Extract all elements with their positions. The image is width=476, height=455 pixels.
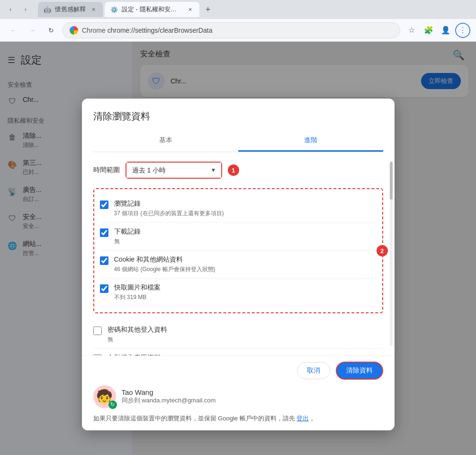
checkbox-passwords-label: 密碼和其他登入資料 無 xyxy=(108,326,383,344)
tab2-close-button[interactable]: ✕ xyxy=(186,6,194,13)
checkbox-autofill: 自動填入表單資料 xyxy=(93,349,383,355)
modal-footer: 取消 清除資料 🧒 ↻ Tao Wang 同步到 wanda.mytech@gm… xyxy=(82,355,395,431)
toolbar-actions: ☆ 🧩 👤 ⋮ xyxy=(404,23,470,38)
checkbox-download-history-input[interactable] xyxy=(100,228,108,237)
modal-tabs: 基本 進階 xyxy=(93,130,383,152)
checkbox-autofill-input[interactable] xyxy=(93,355,102,355)
forward-button[interactable]: → xyxy=(25,23,40,38)
checkbox-cache: 快取圖片和檔案 不到 319 MB xyxy=(100,279,377,307)
checkbox-autofill-label: 自動填入表單資料 xyxy=(108,354,383,355)
cache-title: 快取圖片和檔案 xyxy=(114,283,377,292)
address-bar[interactable]: Chrome chrome://settings/clearBrowserDat… xyxy=(63,22,400,38)
checkbox-passwords-input[interactable] xyxy=(93,327,102,335)
time-range-row: 時間範圍 過去 1 小時 過去 24 小時 過去 7 天 過去 4 週 不限時間… xyxy=(93,162,383,179)
footer-note-pre: 如果只要清除這個裝置中的瀏覽資料，並保留 Google 帳戶中的資料，請先 xyxy=(93,415,295,422)
tab1-label: 懷舊感解釋 xyxy=(55,5,86,14)
time-range-label: 時間範圍 xyxy=(93,166,120,174)
checkbox-cache-input[interactable] xyxy=(100,284,108,293)
download-history-title: 下載記錄 xyxy=(114,228,377,236)
bookmark-button[interactable]: ☆ xyxy=(404,23,419,38)
tab-1[interactable]: 🤖 懷舊感解釋 ✕ xyxy=(38,2,103,17)
toolbar: ← → ↻ Chrome chrome://settings/clearBrow… xyxy=(0,19,476,42)
checkbox-cookies-input[interactable] xyxy=(100,256,108,265)
extension-button[interactable]: 🧩 xyxy=(421,23,436,38)
checkbox-download-history-label: 下載記錄 無 xyxy=(114,228,377,246)
new-tab-button[interactable]: + xyxy=(201,3,215,16)
address-brand: Chrome xyxy=(82,27,106,34)
passwords-title: 密碼和其他登入資料 xyxy=(108,326,383,334)
time-range-select[interactable]: 過去 1 小時 過去 24 小時 過去 7 天 過去 4 週 不限時間 xyxy=(126,163,221,178)
modal-title: 清除瀏覽資料 xyxy=(93,110,383,123)
profile-email: 同步到 wanda.mytech@gmail.com xyxy=(122,396,216,405)
badge-1: 1 xyxy=(228,164,239,176)
passwords-sub: 無 xyxy=(108,336,383,344)
clear-browsing-data-modal: 清除瀏覽資料 基本 進階 時間範圍 xyxy=(82,99,395,430)
scrollbar-thumb xyxy=(390,162,393,200)
tab-advanced[interactable]: 進階 xyxy=(238,130,383,152)
profile-button[interactable]: 👤 xyxy=(438,23,453,38)
tab2-label: 設定 - 隱私權和安全性 xyxy=(122,5,182,14)
checkbox-cookies: Cookie 和其他網站資料 46 個網站 (Google 帳戶會保持登入狀態) xyxy=(100,251,377,279)
address-text: Chrome chrome://settings/clearBrowserDat… xyxy=(82,27,212,34)
profile-name: Tao Wang xyxy=(122,388,216,396)
tab1-icon: 🤖 xyxy=(44,6,51,13)
menu-button[interactable]: ⋮ xyxy=(455,23,470,38)
time-range-select-wrapper: 過去 1 小時 過去 24 小時 過去 7 天 過去 4 週 不限時間 ▼ xyxy=(126,162,222,179)
badge-2: 2 xyxy=(377,245,388,256)
checkbox-browsing-history-input[interactable] xyxy=(100,200,108,209)
site-icon xyxy=(70,26,78,35)
checkbox-cookies-label: Cookie 和其他網站資料 46 個網站 (Google 帳戶會保持登入狀態) xyxy=(114,255,377,273)
modal-header: 清除瀏覽資料 基本 進階 xyxy=(82,99,395,152)
browsing-history-sub: 37 個項目 (在已同步的裝置上還有更多項目) xyxy=(114,209,377,218)
address-url: chrome://settings/clearBrowserData xyxy=(106,27,213,34)
browsing-history-title: 瀏覽記錄 xyxy=(114,200,377,208)
tab-forward-button[interactable]: › xyxy=(19,3,32,16)
cancel-button[interactable]: 取消 xyxy=(297,362,330,379)
tab1-close-button[interactable]: ✕ xyxy=(90,6,97,13)
main-content: ☰ 設定 安全檢查 🛡 Chr... 隱私權和安全 🗑 清除... 清除... … xyxy=(0,42,476,455)
logout-link[interactable]: 登出 xyxy=(296,415,309,422)
modal-overlay: 清除瀏覽資料 基本 進階 時間範圍 xyxy=(0,42,476,455)
autofill-title: 自動填入表單資料 xyxy=(108,354,383,355)
cache-sub: 不到 319 MB xyxy=(114,293,377,301)
modal-actions: 取消 清除資料 xyxy=(93,362,383,380)
checkbox-browsing-history: 瀏覽記錄 37 個項目 (在已同步的裝置上還有更多項目) xyxy=(100,195,377,223)
tab2-icon: ⚙️ xyxy=(110,6,118,13)
profile-row: 🧒 ↻ Tao Wang 同步到 wanda.mytech@gmail.com xyxy=(93,385,383,408)
cookies-sub: 46 個網站 (Google 帳戶會保持登入狀態) xyxy=(114,265,377,273)
sync-icon: ↻ xyxy=(108,400,117,409)
avatar: 🧒 ↻ xyxy=(93,385,116,408)
reload-button[interactable]: ↻ xyxy=(44,23,59,38)
checkbox-download-history: 下載記錄 無 xyxy=(100,223,377,251)
back-button[interactable]: ← xyxy=(6,23,21,38)
modal-body: 時間範圍 過去 1 小時 過去 24 小時 過去 7 天 過去 4 週 不限時間… xyxy=(82,152,395,355)
checkbox-passwords: 密碼和其他登入資料 無 xyxy=(93,321,383,349)
checked-items-group: 瀏覽記錄 37 個項目 (在已同步的裝置上還有更多項目) 下載記錄 無 xyxy=(93,188,383,313)
cookies-title: Cookie 和其他網站資料 xyxy=(114,255,377,264)
tab-bar: ‹ › 🤖 懷舊感解釋 ✕ ⚙️ 設定 - 隱私權和安全性 ✕ + xyxy=(0,0,476,19)
scrollbar[interactable] xyxy=(390,162,393,346)
tab-basic[interactable]: 基本 xyxy=(93,130,238,152)
tab-2[interactable]: ⚙️ 設定 - 隱私權和安全性 ✕ xyxy=(105,2,199,17)
checkbox-browsing-history-label: 瀏覽記錄 37 個項目 (在已同步的裝置上還有更多項目) xyxy=(114,200,377,218)
clear-data-button[interactable]: 清除資料 xyxy=(336,362,383,380)
download-history-sub: 無 xyxy=(114,237,377,246)
tab-back-button[interactable]: ‹ xyxy=(4,3,17,16)
checkbox-cache-label: 快取圖片和檔案 不到 319 MB xyxy=(114,283,377,301)
footer-note: 如果只要清除這個裝置中的瀏覽資料，並保留 Google 帳戶中的資料，請先 登出… xyxy=(93,414,383,423)
footer-note-post: 。 xyxy=(311,415,317,422)
